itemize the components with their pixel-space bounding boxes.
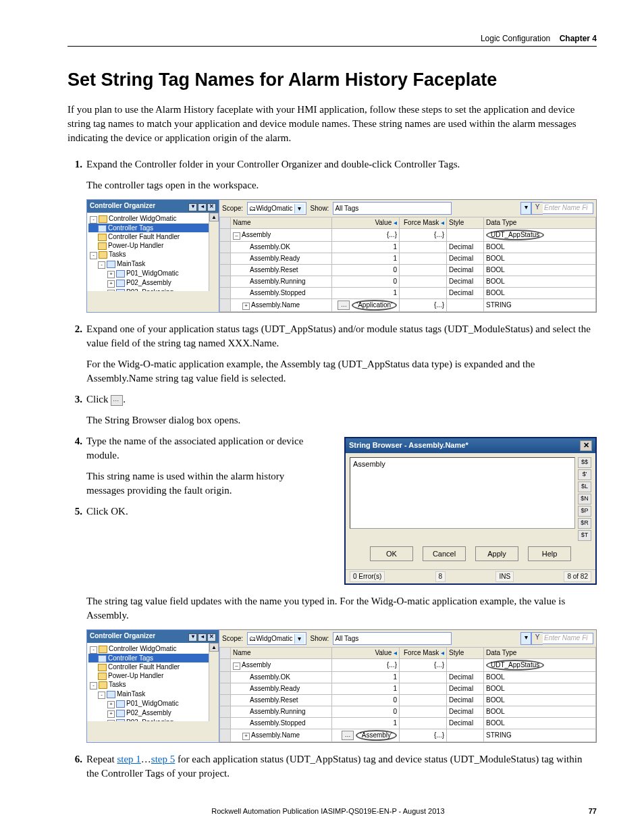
col-style[interactable]: Style: [447, 217, 484, 229]
page-footer: Rockwell Automation Publication IASIMP-Q…: [68, 807, 597, 815]
screenshot-controller-tags-1: Controller Organizer ▾◂✕ -Controller Wid…: [86, 199, 597, 313]
step-1-text: Expand the Controller folder in your Con…: [86, 159, 460, 170]
side-btn-dollar[interactable]: $$: [578, 457, 591, 468]
step-6-text-a: Repeat: [86, 754, 117, 764]
link-step-1[interactable]: step 1: [117, 754, 140, 764]
tag-row[interactable]: Assembly.Reset0DecimalBOOL: [220, 265, 596, 276]
scope-label: Scope:: [222, 204, 243, 213]
show-combo[interactable]: All Tags: [333, 202, 452, 215]
filter-dd-2[interactable]: ▾: [520, 632, 531, 645]
col-value[interactable]: Value ◂: [332, 217, 400, 229]
tag-grid-panel-2: Scope: 🗂 WidgOmatic▾ Show: All Tags ▾ Y …: [219, 629, 597, 743]
step-3-text-a: Click: [86, 394, 111, 405]
side-btn-quote[interactable]: $': [578, 469, 591, 480]
step-4-text: Type the name of the associated applicat…: [86, 436, 303, 461]
col-type[interactable]: Data Type: [484, 217, 596, 229]
tree-window-buttons-2[interactable]: ▾◂✕: [188, 631, 216, 642]
tag-row[interactable]: Assembly.OK1DecimalBOOL: [220, 242, 596, 253]
col-name-2[interactable]: Name: [231, 648, 332, 659]
step-2-sub: For the Widg-O-matic application example…: [86, 357, 597, 386]
page-header: Logic Configuration Chapter 4: [68, 34, 597, 47]
tree-controller-tags[interactable]: Controller Tags: [88, 224, 219, 232]
step-5: 5. Click OK. The string tag value field …: [86, 504, 597, 743]
step-1-sub: The controller tags open in the workspac…: [86, 178, 597, 192]
controller-organizer-panel-2: Controller Organizer ▾◂✕ -Controller Wid…: [86, 629, 219, 743]
step-1: 1. Expand the Controller folder in your …: [86, 157, 597, 313]
tree-prog-3[interactable]: +P03_Packaging: [88, 288, 219, 291]
show-label: Show:: [311, 204, 329, 213]
col-name[interactable]: Name: [231, 217, 332, 229]
tree-fh-2[interactable]: Controller Fault Handler: [88, 662, 219, 671]
link-step-5[interactable]: step 5: [151, 754, 175, 764]
step-5-text: Click OK.: [86, 506, 128, 517]
tree-pu-2[interactable]: Power-Up Handler: [88, 671, 219, 680]
tag-row[interactable]: Assembly.Ready1DecimalBOOL: [220, 683, 596, 695]
tag-row[interactable]: +Assembly.Name… 'Application'{...}STRING: [220, 299, 596, 312]
step-3-sub: The String Browser dialog box opens.: [86, 413, 597, 427]
tag-row[interactable]: –Assembly{...}{...}UDT_AppStatus: [220, 229, 596, 242]
col-type-2[interactable]: Data Type: [484, 648, 596, 659]
tree-maintask[interactable]: MainTask: [117, 260, 145, 267]
tag-row[interactable]: Assembly.OK1DecimalBOOL: [220, 672, 596, 683]
step-2: 2. Expand one of your application status…: [86, 322, 597, 386]
tree-controller[interactable]: Controller WidgOmatic: [109, 215, 177, 222]
side-btn-n[interactable]: $N: [578, 494, 591, 504]
col-value-2[interactable]: Value ◂: [332, 648, 400, 659]
header-chapter: Chapter 4: [560, 34, 597, 43]
tree-title-2: Controller Organizer: [90, 631, 155, 642]
filter-icon-2[interactable]: Y: [531, 632, 543, 645]
tree-tasks-2[interactable]: Tasks: [109, 681, 126, 688]
show-combo-2[interactable]: All Tags: [333, 632, 452, 645]
tag-row[interactable]: Assembly.Reset0DecimalBOOL: [220, 695, 596, 706]
tree-prog-2[interactable]: +P02_Assembly: [88, 278, 219, 288]
tree-powerup-handler[interactable]: Power-Up Handler: [88, 241, 219, 250]
tag-grid-2: Name Value ◂ Force Mask ◂ Style Data Typ…: [219, 647, 596, 742]
step-4: String Browser - Assembly.Name* ✕ Assemb…: [86, 434, 597, 498]
screenshot-controller-tags-2: Controller Organizer ▾◂✕ -Controller Wid…: [86, 629, 597, 743]
scope-label-2: Scope:: [222, 634, 243, 644]
col-style-2[interactable]: Style: [447, 648, 484, 659]
dialog-close-icon[interactable]: ✕: [580, 440, 592, 451]
tree-p3-2[interactable]: +P03_Packaging: [88, 718, 219, 721]
filter-dropdown[interactable]: ▾: [520, 202, 531, 215]
header-section: Logic Configuration: [481, 34, 550, 43]
tag-row[interactable]: +Assembly.Name… 'Assembly'{...}STRING: [220, 729, 596, 742]
filter-input[interactable]: Enter Name Fi: [543, 203, 593, 214]
tree-controller-2[interactable]: Controller WidgOmatic: [109, 645, 177, 652]
scope-combo[interactable]: 🗂 WidgOmatic▾: [247, 202, 306, 215]
step-3: 3. Click . The String Browser dialog box…: [86, 392, 597, 427]
tree-maintask-2[interactable]: MainTask: [117, 690, 145, 698]
col-force-2[interactable]: Force Mask ◂: [400, 648, 447, 659]
section-title: Set String Tag Names for Alarm History F…: [68, 70, 597, 90]
col-force[interactable]: Force Mask ◂: [400, 217, 447, 229]
tree-window-buttons[interactable]: ▾◂✕: [188, 201, 216, 211]
controller-organizer-panel: Controller Organizer ▾◂✕ -Controller Wid…: [86, 199, 219, 313]
tree-fault-handler[interactable]: Controller Fault Handler: [88, 232, 219, 241]
tag-row[interactable]: –Assembly{...}{...}UDT_AppStatus: [220, 659, 596, 672]
tree-p2-2[interactable]: +P02_Assembly: [88, 708, 219, 718]
tag-row[interactable]: Assembly.Stopped1DecimalBOOL: [220, 718, 596, 729]
tree-scrollbar[interactable]: [209, 213, 219, 291]
scope-combo-2[interactable]: 🗂 WidgOmatic▾: [247, 632, 306, 645]
footer-page-number: 77: [589, 807, 597, 815]
tag-row[interactable]: Assembly.Running0DecimalBOOL: [220, 276, 596, 288]
step-5-sub: The string tag value field updates with …: [86, 594, 597, 623]
tag-row[interactable]: Assembly.Ready1DecimalBOOL: [220, 253, 596, 265]
intro-paragraph: If you plan to use the Alarm History fac…: [68, 103, 597, 145]
tree-prog-1[interactable]: +P01_WidgOmatic: [88, 269, 219, 278]
step-3-text-b: .: [123, 394, 126, 405]
tree-p1-2[interactable]: +P01_WidgOmatic: [88, 699, 219, 708]
dialog-title: String Browser - Assembly.Name*: [349, 440, 468, 450]
tag-row[interactable]: Assembly.Stopped1DecimalBOOL: [220, 288, 596, 299]
tree-title: Controller Organizer: [90, 201, 155, 211]
tag-grid-panel: Scope: 🗂 WidgOmatic▾ Show: All Tags ▾ Y …: [219, 199, 597, 313]
tree-scrollbar-2[interactable]: [209, 643, 219, 721]
filter-input-2[interactable]: Enter Name Fi: [543, 633, 593, 644]
tree-controller-tags-2[interactable]: Controller Tags: [88, 654, 219, 662]
tag-row[interactable]: Assembly.Running0DecimalBOOL: [220, 706, 596, 718]
filter-icon[interactable]: Y: [531, 202, 543, 215]
tree-tasks[interactable]: Tasks: [109, 251, 126, 258]
side-btn-l[interactable]: $L: [578, 481, 591, 492]
tag-grid-1: Name Value ◂ Force Mask ◂ Style Data Typ…: [219, 217, 596, 312]
step-6: 6. Repeat step 1…step 5 for each applica…: [86, 752, 597, 781]
